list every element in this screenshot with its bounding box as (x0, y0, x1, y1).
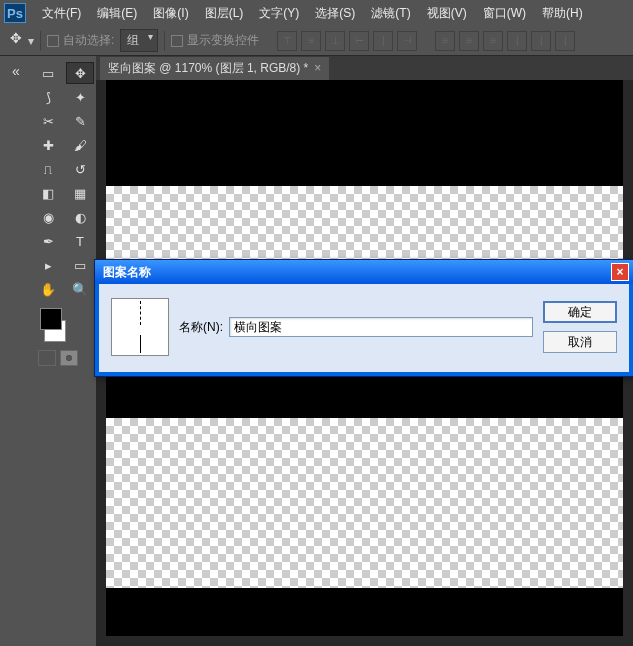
hand-tool-icon[interactable]: ✋ (34, 278, 62, 300)
quickmask-mode-icon[interactable] (60, 350, 78, 366)
dialog-button-group: 确定 取消 (543, 301, 617, 353)
menu-image[interactable]: 图像(I) (145, 1, 196, 26)
name-input[interactable] (229, 317, 533, 337)
zoom-tool-icon[interactable]: 🔍 (66, 278, 94, 300)
toggle-column: « (0, 56, 32, 646)
document-tab[interactable]: 竖向图案 @ 1170% (图层 1, RGB/8) * × (100, 57, 329, 80)
marquee-tool-icon[interactable]: ▭ (34, 62, 62, 84)
show-transform-label: 显示变换控件 (187, 32, 259, 49)
pattern-preview (111, 298, 169, 356)
double-arrow-icon[interactable]: « (3, 60, 29, 82)
move-tool-icon[interactable]: ✥ (66, 62, 94, 84)
align-bottom-icon[interactable]: ⊥ (325, 31, 345, 51)
menu-edit[interactable]: 编辑(E) (89, 1, 145, 26)
dropdown-arrow-icon[interactable]: ▾ (28, 34, 34, 48)
path-select-icon[interactable]: ▸ (34, 254, 62, 276)
ps-logo: Ps (4, 3, 26, 23)
color-swatch[interactable] (40, 308, 74, 342)
healing-tool-icon[interactable]: ✚ (34, 134, 62, 156)
stamp-tool-icon[interactable]: ⎍ (34, 158, 62, 180)
align-vcenter-icon[interactable]: ≡ (301, 31, 321, 51)
brush-tool-icon[interactable]: 🖌 (66, 134, 94, 156)
menu-window[interactable]: 窗口(W) (475, 1, 534, 26)
dialog-titlebar[interactable]: 图案名称 × (95, 260, 633, 284)
distribute-right-icon[interactable]: | (555, 31, 575, 51)
options-bar: ▾ 自动选择: 组 显示变换控件 ⊤ ≡ ⊥ ⊢ | ⊣ ≡ ≡ ≡ | | | (0, 26, 633, 56)
menu-select[interactable]: 选择(S) (307, 1, 363, 26)
blur-tool-icon[interactable]: ◉ (34, 206, 62, 228)
align-icons-group: ⊤ ≡ ⊥ ⊢ | ⊣ (277, 31, 417, 51)
ok-button[interactable]: 确定 (543, 301, 617, 323)
tab-close-icon[interactable]: × (314, 61, 321, 75)
type-tool-icon[interactable]: T (66, 230, 94, 252)
menu-view[interactable]: 视图(V) (419, 1, 475, 26)
standard-mode-icon[interactable] (38, 350, 56, 366)
align-hcenter-icon[interactable]: | (373, 31, 393, 51)
pen-tool-icon[interactable]: ✒ (34, 230, 62, 252)
history-brush-icon[interactable]: ↺ (66, 158, 94, 180)
crop-tool-icon[interactable]: ✂ (34, 110, 62, 132)
menu-file[interactable]: 文件(F) (34, 1, 89, 26)
auto-select-label: 自动选择: (63, 32, 114, 49)
menu-filter[interactable]: 滤镜(T) (363, 1, 418, 26)
align-top-icon[interactable]: ⊤ (277, 31, 297, 51)
preview-line-icon (140, 301, 141, 325)
menu-layer[interactable]: 图层(L) (197, 1, 252, 26)
toolbox: ▭ ✥ ⟆ ✦ ✂ ✎ ✚ 🖌 ⎍ ↺ ◧ ▦ ◉ ◐ ✒ T ▸ ▭ ✋ 🔍 (32, 56, 96, 646)
align-right-icon[interactable]: ⊣ (397, 31, 417, 51)
distribute-vcenter-icon[interactable]: ≡ (459, 31, 479, 51)
dialog-title: 图案名称 (103, 264, 151, 281)
menu-help[interactable]: 帮助(H) (534, 1, 591, 26)
shape-tool-icon[interactable]: ▭ (66, 254, 94, 276)
auto-select-checkbox[interactable] (47, 35, 59, 47)
gradient-tool-icon[interactable]: ▦ (66, 182, 94, 204)
close-icon[interactable]: × (611, 263, 629, 281)
lasso-tool-icon[interactable]: ⟆ (34, 86, 62, 108)
auto-select-dropdown[interactable]: 组 (120, 29, 158, 52)
divider (164, 31, 165, 51)
menu-bar: Ps 文件(F) 编辑(E) 图像(I) 图层(L) 文字(Y) 选择(S) 滤… (0, 0, 633, 26)
move-tool-icon (8, 32, 26, 50)
preview-line-icon (140, 335, 141, 353)
menu-type[interactable]: 文字(Y) (251, 1, 307, 26)
show-transform-checkbox[interactable] (171, 35, 183, 47)
eraser-tool-icon[interactable]: ◧ (34, 182, 62, 204)
document-tab-bar: 竖向图案 @ 1170% (图层 1, RGB/8) * × (96, 56, 633, 80)
distribute-bottom-icon[interactable]: ≡ (483, 31, 503, 51)
foreground-color[interactable] (40, 308, 62, 330)
document-tab-label: 竖向图案 @ 1170% (图层 1, RGB/8) * (108, 60, 308, 77)
transparent-region (106, 418, 623, 588)
distribute-left-icon[interactable]: | (507, 31, 527, 51)
dialog-body: 名称(N): 确定 取消 (95, 284, 633, 376)
align-left-icon[interactable]: ⊢ (349, 31, 369, 51)
distribute-hcenter-icon[interactable]: | (531, 31, 551, 51)
cancel-button[interactable]: 取消 (543, 331, 617, 353)
eyedropper-tool-icon[interactable]: ✎ (66, 110, 94, 132)
divider (40, 31, 41, 51)
name-label: 名称(N): (179, 319, 223, 336)
distribute-top-icon[interactable]: ≡ (435, 31, 455, 51)
pattern-name-dialog: 图案名称 × 名称(N): 确定 取消 (94, 259, 633, 377)
name-row: 名称(N): (179, 317, 533, 337)
dodge-tool-icon[interactable]: ◐ (66, 206, 94, 228)
wand-tool-icon[interactable]: ✦ (66, 86, 94, 108)
distribute-icons-group: ≡ ≡ ≡ | | | (435, 31, 575, 51)
